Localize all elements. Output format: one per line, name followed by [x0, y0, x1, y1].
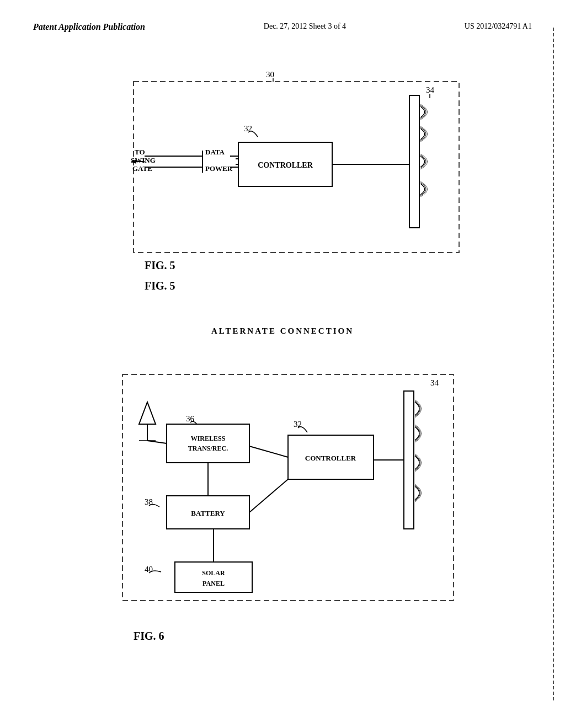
fig6-ref40: 40 [145, 565, 153, 574]
fig6-solar-label1: SOLAR [202, 569, 225, 577]
figure-6-svg: 34 32 WIRELESS TRANS/REC. 36 CONTROLLER [89, 369, 476, 623]
fig5-ref34: 34 [426, 85, 435, 94]
side-border-decoration [551, 28, 554, 700]
fig5-power-label: POWER [205, 164, 233, 173]
fig5-controller-label: CONTROLLER [258, 161, 313, 169]
svg-rect-4 [409, 95, 419, 228]
svg-rect-30 [404, 391, 414, 529]
svg-line-23 [249, 446, 288, 457]
alternate-connection-title: ALTERNATE CONNECTION [211, 326, 354, 336]
figure-5-svg: 30 34 32 CONTROLLER [89, 65, 476, 275]
publication-number: US 2012/0324791 A1 [465, 22, 532, 31]
fig6-controller-label: CONTROLLER [305, 454, 356, 462]
publication-date-sheet: Dec. 27, 2012 Sheet 3 of 4 [264, 22, 346, 31]
fig5-data-label: DATA [205, 148, 225, 156]
page-header: Patent Application Publication Dec. 27, … [33, 22, 532, 32]
fig5-to-label: TO [135, 148, 145, 156]
svg-rect-21 [167, 424, 249, 463]
page: Patent Application Publication Dec. 27, … [0, 0, 565, 728]
fig6-label: FIG. 6 [134, 630, 164, 643]
fig6-ref34: 34 [430, 378, 439, 387]
svg-line-29 [147, 441, 167, 443]
fig5-label: FIG. 5 [145, 280, 175, 292]
fig6-solar-label2: PANEL [202, 580, 225, 587]
fig6-wireless-label1: WIRELESS [191, 435, 226, 442]
fig6-wireless-label2: TRANS/REC. [188, 445, 228, 452]
fig5-swing-label: SWING [131, 156, 156, 164]
fig6-ref38: 38 [145, 497, 153, 506]
svg-line-26 [249, 479, 288, 512]
figure-6-wrapper: 34 32 WIRELESS TRANS/REC. 36 CONTROLLER [89, 369, 476, 625]
svg-marker-18 [139, 402, 156, 424]
svg-rect-27 [175, 562, 252, 592]
publication-title: Patent Application Publication [33, 22, 145, 32]
fig6-ref32: 32 [294, 420, 302, 429]
figure-5-wrapper: 30 34 32 CONTROLLER [89, 65, 476, 277]
fig5-figure-label: FIG. 5 [145, 259, 175, 271]
fig5-ref32: 32 [244, 124, 252, 133]
fig6-battery-label: BATTERY [191, 509, 225, 517]
fig5-gate-label: GATE [132, 164, 152, 173]
fig5-ref30: 30 [266, 70, 274, 79]
figures-container: 30 34 32 CONTROLLER [33, 65, 532, 652]
